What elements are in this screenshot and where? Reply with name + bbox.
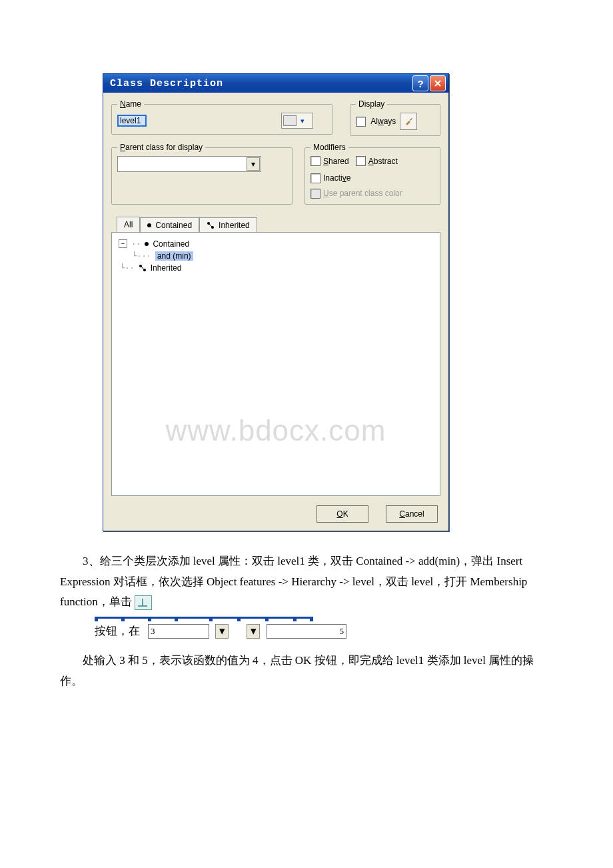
tab-all-label: All [124, 220, 133, 229]
modifiers-group: Modifiers Shared Abstract Inactive Use p… [305, 143, 440, 205]
func-left-value: 3 [151, 623, 155, 639]
brush-icon [404, 117, 413, 126]
watermark-text: www.bdocx.com [112, 414, 440, 447]
name-input[interactable] [117, 115, 147, 127]
tree-label-selected: and (min) [155, 251, 193, 261]
chevron-down-icon[interactable]: ▾ [247, 624, 260, 639]
use-parent-color-label: Use parent class color [323, 189, 402, 198]
func-right-value: 5 [340, 623, 344, 639]
display-settings-button[interactable] [400, 113, 417, 130]
tabs-bar: All Contained Inherited [111, 217, 440, 232]
dot-icon [147, 223, 151, 227]
tab-all[interactable]: All [117, 217, 140, 232]
display-legend: Display [356, 99, 387, 109]
abstract-label: Abstract [368, 157, 398, 166]
ok-button[interactable]: OK [316, 505, 368, 523]
inactive-checkbox[interactable] [310, 173, 320, 183]
class-description-dialog: Class Description ? Name ▾ [103, 73, 449, 531]
always-label: Always [370, 117, 396, 126]
svg-point-3 [143, 269, 146, 271]
close-button[interactable] [430, 75, 446, 91]
tab-contained-label: Contained [155, 221, 192, 230]
shared-label: Shared [323, 157, 349, 166]
name-group: Name ▾ [111, 99, 332, 135]
chevron-down-icon: ▾ [247, 157, 260, 171]
paragraph-3: 处输入 3 和 5，表示该函数的值为 4，点击 OK 按钮，即完成给 level… [60, 654, 534, 687]
inherit-icon [207, 221, 215, 229]
tab-contained[interactable]: Contained [140, 217, 199, 233]
parent-class-combo[interactable]: ▾ [117, 156, 261, 172]
use-parent-color-checkbox [310, 189, 320, 199]
tree-label: Inherited [151, 263, 182, 273]
cancel-button[interactable]: Cancel [386, 505, 438, 523]
inactive-label: Inactive [323, 173, 350, 183]
parent-legend: Parent class for display [117, 143, 205, 152]
always-checkbox[interactable] [356, 117, 366, 127]
color-picker[interactable]: ▾ [281, 113, 313, 129]
tab-inherited[interactable]: Inherited [199, 217, 257, 233]
document-body: 3、给三个类层次添加 level 属性：双击 level1 类，双击 Conta… [60, 551, 553, 692]
display-group: Display Always [350, 99, 440, 136]
name-legend: Name [117, 99, 144, 109]
tree-connector-icon: └·· [120, 263, 135, 273]
tree-panel[interactable]: − ·· Contained └··· and (min) └·· Inheri… [111, 232, 440, 496]
function-strip: 按钮，在 3 ▾ ▾ 5 [95, 617, 553, 642]
tree-label: Contained [153, 239, 189, 249]
titlebar[interactable]: Class Description ? [103, 74, 448, 93]
tree-node-andmin[interactable]: └··· and (min) [119, 250, 433, 262]
button-in-label: 按钮，在 [95, 621, 140, 642]
membership-button-icon [135, 595, 152, 610]
inherit-icon [139, 264, 147, 272]
func-right-input[interactable]: 5 [267, 624, 346, 639]
tree-connector-icon: └··· [132, 251, 151, 261]
parent-class-group: Parent class for display ▾ [111, 143, 293, 205]
chevron-down-icon[interactable]: ▾ [215, 624, 229, 639]
paragraph-1: 3、给三个类层次添加 level 属性：双击 level1 类，双击 Conta… [60, 555, 527, 608]
close-icon [434, 79, 442, 87]
tab-inherited-label: Inherited [219, 221, 250, 230]
dialog-title: Class Description [110, 78, 411, 89]
func-left-input[interactable]: 3 [148, 624, 209, 639]
color-swatch-icon [283, 115, 297, 126]
shared-checkbox[interactable] [310, 156, 320, 166]
chevron-down-icon: ▾ [298, 116, 307, 125]
modifiers-legend: Modifiers [310, 143, 348, 152]
dot-icon [145, 242, 149, 246]
tree-connector-icon: ·· [131, 239, 141, 249]
collapse-icon[interactable]: − [119, 239, 127, 248]
help-button[interactable]: ? [412, 75, 428, 91]
tree-node-contained[interactable]: − ·· Contained [119, 238, 433, 250]
tree-node-inherited[interactable]: └·· Inherited [119, 262, 433, 274]
abstract-checkbox[interactable] [356, 156, 366, 166]
svg-point-1 [211, 226, 214, 229]
